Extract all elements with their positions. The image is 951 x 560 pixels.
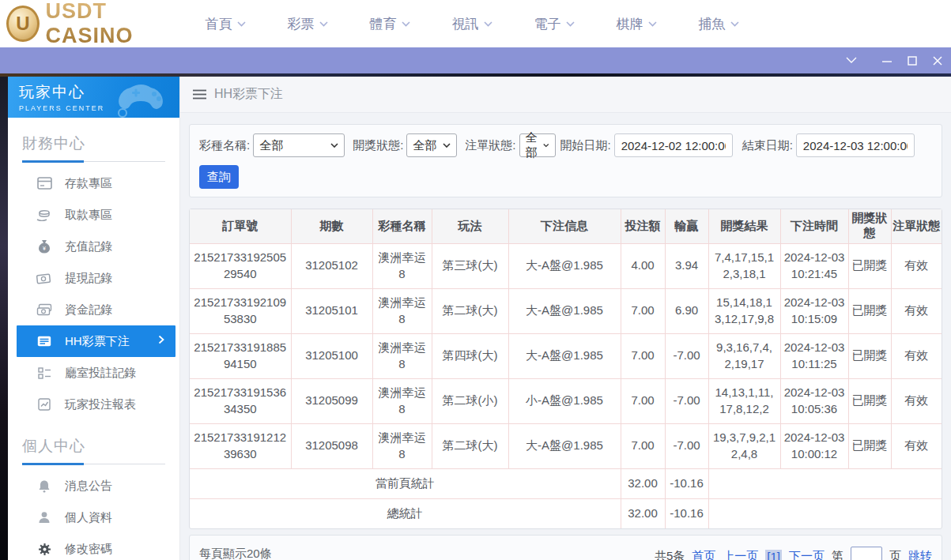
section-divider	[22, 160, 165, 163]
nav-item-slots[interactable]: 電子	[513, 15, 595, 33]
hamburger-menu-icon[interactable]	[193, 89, 206, 100]
svg-text:¥: ¥	[43, 246, 46, 251]
table-cell: 有效	[891, 378, 942, 423]
chevron-down-icon	[319, 21, 328, 27]
prev-page-link[interactable]: 上一页	[723, 549, 758, 560]
lottery-name-value: 全部	[259, 138, 283, 153]
nav-item-label: 棋牌	[617, 15, 643, 33]
sidebar-item-profile[interactable]: 個人資料	[8, 502, 179, 533]
window-maximize-icon[interactable]	[907, 55, 918, 66]
jump-prefix-text: 第	[832, 549, 843, 560]
sidebar-item-deposit-area[interactable]: 存款專區	[8, 167, 179, 199]
order-status-select[interactable]: 全部	[519, 133, 556, 157]
banknotes-icon	[36, 302, 52, 318]
nav-item-label: 視訊	[452, 15, 479, 33]
sidebar-item-room-bet-records[interactable]: 廳室投註記錄	[8, 357, 179, 389]
table-cell: 已開獎	[848, 288, 891, 333]
table-cell: 第二球(小)	[432, 378, 508, 423]
query-button[interactable]: 查詢	[199, 165, 239, 189]
sidebar-item-label: 廳室投註記錄	[65, 366, 136, 381]
start-date-input[interactable]	[614, 133, 733, 157]
nav-item-lottery[interactable]: 彩票	[266, 15, 349, 33]
next-page-link[interactable]: 下一页	[789, 549, 825, 560]
table-row: 215217331915363435031205099澳洲幸运8第二球(小)小-…	[190, 378, 942, 423]
draw-status-select[interactable]: 全部	[406, 133, 457, 157]
table-summary-row: 當前頁統計32.00-10.16	[190, 468, 942, 498]
nav-item-home[interactable]: 首頁	[184, 15, 266, 33]
table-cell: 31205102	[291, 243, 372, 288]
sidebar-item-player-bet-report[interactable]: 玩家投注報表	[8, 389, 179, 420]
money-bag-icon: ¥	[36, 239, 52, 254]
table-cell: 7.00	[621, 423, 665, 468]
sidebar-item-recharge-records[interactable]: ¥ 充值記錄	[8, 231, 179, 262]
nav-item-label: 首頁	[206, 15, 232, 33]
draw-status-value: 全部	[413, 138, 436, 153]
summary-empty	[708, 468, 942, 498]
window-close-icon[interactable]	[932, 55, 943, 66]
table-cell: 大-A盤@1.985	[508, 288, 621, 333]
nav-item-sports[interactable]: 體育	[349, 15, 431, 33]
bell-icon	[36, 478, 52, 494]
table-cell: 2152173319121239630	[190, 423, 291, 468]
sidebar-item-label: 玩家投注報表	[65, 397, 136, 412]
sidebar-item-label: 提現記錄	[65, 271, 112, 286]
sidebar-item-fund-records[interactable]: 資金記錄	[8, 294, 179, 325]
lottery-name-select[interactable]: 全部	[253, 133, 345, 157]
table-cell: 已開獎	[848, 333, 891, 378]
sidebar-item-withdrawal-records[interactable]: 提現記錄	[8, 262, 179, 294]
sidebar: 玩家中心 PLAYERS CENTER 財務中心 存款專區 取款專區	[8, 77, 180, 560]
table-row: 215217331918859415031205100澳洲幸运8第四球(大)大-…	[190, 333, 942, 378]
summary-win-loss: -10.16	[665, 468, 708, 498]
first-page-link[interactable]: 首页	[692, 549, 715, 560]
sidebar-item-hh-lottery-bets[interactable]: HH彩票下注	[17, 325, 175, 357]
window-dropdown-icon[interactable]	[846, 55, 857, 66]
window-title-bar	[0, 47, 951, 73]
sidebar-item-label: 資金記錄	[65, 303, 112, 318]
table-cell: 已開獎	[848, 423, 891, 468]
table-cell: 有效	[891, 423, 942, 468]
breadcrumb: HH彩票下注	[180, 77, 951, 113]
table-cell: 7.00	[621, 333, 665, 378]
sidebar-item-label: 存款專區	[65, 176, 112, 191]
sidebar-item-label: 個人資料	[65, 510, 112, 525]
nav-item-label: 捕魚	[699, 15, 726, 33]
nav-item-fishing[interactable]: 捕魚	[677, 15, 760, 33]
logo[interactable]: U USDT CASINO	[6, 0, 184, 48]
chevron-down-icon	[648, 21, 657, 27]
table-cell: 31205098	[291, 423, 372, 468]
nav-item-cards[interactable]: 棋牌	[595, 15, 677, 33]
table-row: 215217331921095383031205101澳洲幸运8第二球(大)大-…	[190, 288, 942, 333]
col-win-loss: 輸贏	[665, 209, 708, 243]
nav-item-video[interactable]: 視訊	[431, 15, 513, 33]
table-cell: 小-A盤@1.985	[508, 378, 621, 423]
col-lottery-name: 彩種名稱	[372, 209, 432, 243]
sidebar-item-label: 消息公告	[65, 479, 112, 494]
jump-button[interactable]: 跳转	[908, 549, 932, 560]
table-cell: 6.90	[665, 288, 708, 333]
sidebar-item-change-password[interactable]: 修改密碼	[8, 533, 179, 560]
jump-page-input[interactable]	[851, 547, 882, 560]
logo-badge: U	[16, 13, 29, 35]
table-cell: 澳洲幸运8	[372, 378, 432, 423]
table-cell: 第二球(大)	[432, 288, 508, 333]
summary-label: 當前頁統計	[190, 468, 621, 498]
sidebar-item-withdraw-area[interactable]: 取款專區	[8, 199, 179, 231]
summary-bet-amount: 32.00	[621, 468, 665, 498]
table-cell: 大-A盤@1.985	[508, 333, 621, 378]
hand-coins-icon	[36, 207, 52, 223]
col-draw-result: 開獎結果	[708, 209, 780, 243]
sidebar-item-label: 取款專區	[65, 208, 112, 223]
end-date-input[interactable]	[796, 133, 915, 157]
sidebar-item-announcements[interactable]: 消息公告	[8, 470, 179, 502]
table-cell: 澳洲幸运8	[372, 423, 432, 468]
nav-item-label: 彩票	[288, 15, 315, 33]
table-cell: 2024-12-03 10:00:12	[780, 423, 848, 468]
table-row: 215217331912123963031205098澳洲幸运8第二球(大)大-…	[190, 423, 942, 468]
table-cell: -7.00	[665, 423, 708, 468]
table-cell: 7.00	[621, 378, 665, 423]
window-minimize-icon[interactable]	[881, 55, 893, 66]
chevron-down-icon	[330, 143, 338, 148]
filter-panel: 彩種名稱: 全部 開獎狀態: 全部 注單狀態: 全部 開始日期: 結束日期:	[189, 124, 942, 197]
table-summary-row: 總統計32.00-10.16	[190, 498, 942, 528]
room-list-icon	[36, 365, 52, 381]
